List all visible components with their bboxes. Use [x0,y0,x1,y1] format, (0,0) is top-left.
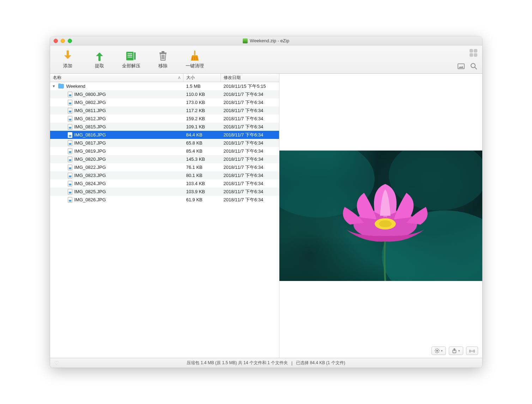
file-row[interactable]: IMG_0820.JPG145.3 KB2018/11/7 下午6:34 [50,155,279,163]
folder-row[interactable]: ▼Weekend1.5 MB2018/11/15 下午5:15 [50,82,279,90]
column-date[interactable]: 修改日期 [221,74,279,82]
favorite-icon[interactable]: ♡ [54,360,59,366]
jpg-file-icon [68,92,72,97]
file-row[interactable]: IMG_0822.JPG76.1 KB2018/11/7 下午6:34 [50,163,279,171]
file-name: IMG_0816.JPG [74,132,106,137]
svg-line-28 [438,352,439,353]
file-size: 84.4 KB [183,132,221,137]
column-size-label: 大小 [186,75,195,81]
jpg-file-icon [68,165,72,170]
file-date: 2018/11/7 下午6:34 [221,180,279,187]
file-size: 61.9 KB [183,197,221,202]
jpg-file-icon [68,157,72,162]
search-button[interactable] [470,63,477,70]
column-size[interactable]: 大小 [183,74,221,82]
file-date: 2018/11/7 下午6:34 [221,124,279,130]
jpg-file-icon [68,124,72,130]
view-grid-button[interactable] [470,49,477,57]
file-row[interactable]: IMG_0800.JPG110.0 KB2018/11/7 下午6:34 [50,90,279,98]
file-row[interactable]: IMG_0825.JPG103.9 KB2018/11/7 下午6:34 [50,188,279,196]
extract-label: 提取 [95,63,104,69]
jpg-file-icon [68,140,72,146]
svg-rect-2 [127,55,132,56]
file-size: 117.2 KB [183,108,221,113]
status-archive-info: 压缩包 1.4 MB (原 1.5 MB) 共 14 个文件和 1 个文件夹 [187,360,288,366]
file-size: 145.3 KB [183,157,221,162]
clean-button[interactable]: 一键清理 [184,50,205,69]
svg-point-22 [436,350,437,351]
remove-button[interactable]: 移除 [152,50,174,69]
archive-icon [243,38,248,43]
status-bar: ♡ 压缩包 1.4 MB (原 1.5 MB) 共 14 个文件和 1 个文件夹… [50,358,482,368]
svg-point-21 [379,220,392,227]
file-row[interactable]: IMG_0817.JPG65.8 KB2018/11/7 下午6:34 [50,139,279,147]
preview-settings-button[interactable]: ▾ [431,347,446,355]
file-name: IMG_0824.JPG [74,181,106,186]
maximize-button[interactable] [68,39,72,43]
file-name: IMG_0811.JPG [74,108,106,113]
sort-ascending-icon: ᐱ [178,76,180,80]
file-list[interactable]: ▼Weekend1.5 MB2018/11/15 下午5:15IMG_0800.… [50,82,279,358]
file-size: 103.9 KB [183,189,221,194]
window-title-text: Weekend.zip - eZip [250,38,289,43]
file-row[interactable]: IMG_0802.JPG173.0 KB2018/11/7 下午6:34 [50,98,279,106]
toolbar: 添加 提取 全部解压 移除 一键清理 [50,45,482,74]
remove-label: 移除 [158,63,168,69]
extract-icon [94,50,105,61]
file-name: IMG_0822.JPG [74,165,106,170]
file-date: 2018/11/7 下午6:34 [221,132,279,138]
add-button[interactable]: 添加 [57,50,78,69]
chevron-down-icon: ▾ [441,349,443,353]
file-row[interactable]: IMG_0812.JPG159.2 KB2018/11/7 下午6:34 [50,115,279,123]
jpg-file-icon [68,189,72,195]
file-date: 2018/11/7 下午6:34 [221,156,279,163]
jpg-file-icon [68,148,72,154]
file-name: IMG_0802.JPG [74,100,106,105]
file-date: 2018/11/7 下午6:34 [221,164,279,171]
extract-all-button[interactable]: 全部解压 [121,50,142,69]
file-size: 85.4 KB [183,148,221,154]
file-list-pane: 名称 ᐱ 大小 修改日期 ▼Weekend1.5 MB2018/11/15 下午… [50,74,279,358]
file-date: 2018/11/7 下午6:34 [221,116,279,122]
file-name: IMG_0812.JPG [74,116,106,121]
file-row[interactable]: IMG_0824.JPG103.4 KB2018/11/7 下午6:34 [50,179,279,188]
svg-line-15 [475,67,477,69]
file-name: IMG_0823.JPG [74,173,106,178]
add-icon [62,50,73,61]
file-size: 173.0 KB [183,100,221,105]
file-size: 65.8 KB [183,140,221,146]
file-size: 110.0 KB [183,92,221,97]
file-row[interactable]: IMG_0816.JPG84.4 KB2018/11/7 下午6:34 [50,131,279,139]
file-date: 2018/11/15 下午5:15 [221,83,279,90]
file-name: IMG_0825.JPG [74,189,106,194]
file-row[interactable]: IMG_0819.JPG85.4 KB2018/11/7 下午6:34 [50,147,279,155]
broom-icon [189,50,200,61]
preview-image [279,151,482,281]
file-row[interactable]: IMG_0826.JPG61.9 KB2018/11/7 下午6:34 [50,196,279,204]
jpg-file-icon [68,108,72,114]
disclosure-triangle-icon[interactable]: ▼ [52,84,56,88]
preview-airdrop-button[interactable] [466,347,478,355]
svg-rect-4 [134,52,135,60]
gallery-icon[interactable] [458,63,465,69]
trash-icon [157,50,169,61]
jpg-file-icon [68,197,72,203]
file-row[interactable]: IMG_0811.JPG117.2 KB2018/11/7 下午6:34 [50,106,279,115]
preview-toolbar: ▾ ▾ [431,347,478,355]
file-size: 103.4 KB [183,181,221,186]
preview-share-button[interactable]: ▾ [449,347,463,355]
file-date: 2018/11/7 下午6:34 [221,99,279,106]
svg-line-27 [435,349,436,350]
toolbar-right [458,45,477,73]
jpg-file-icon [68,116,72,122]
column-name[interactable]: 名称 ᐱ [50,74,183,82]
file-row[interactable]: IMG_0823.JPG80.1 KB2018/11/7 下午6:34 [50,171,279,179]
minimize-button[interactable] [61,39,65,43]
close-button[interactable] [54,39,58,43]
extract-button[interactable]: 提取 [89,50,110,69]
column-headers: 名称 ᐱ 大小 修改日期 [50,74,279,82]
file-date: 2018/11/7 下午6:34 [221,140,279,146]
file-name: IMG_0815.JPG [74,124,106,129]
file-row[interactable]: IMG_0815.JPG109.1 KB2018/11/7 下午6:34 [50,123,279,131]
file-date: 2018/11/7 下午6:34 [221,148,279,154]
